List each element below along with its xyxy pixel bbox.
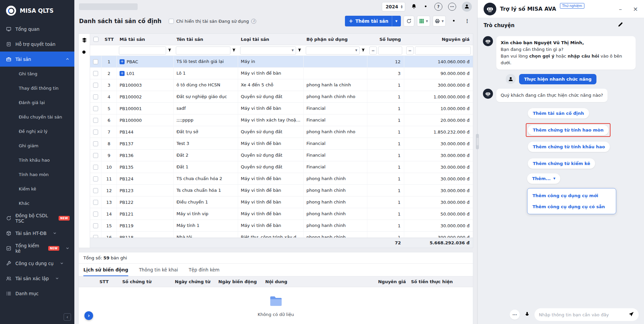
row-checkbox[interactable] (93, 223, 98, 228)
row-checkbox[interactable] (93, 94, 98, 99)
table-row[interactable]: 14 PB121 Máy vi tính vip Máy vi tính để … (90, 208, 473, 220)
column-header-ma-tai-san[interactable]: Mã tài sản (117, 34, 174, 45)
sidebar-subitem[interactable]: Khác (0, 196, 74, 211)
suggestion-chip[interactable]: Thêm chứng từ kiểm kê (528, 158, 595, 169)
filter-type-funnel[interactable] (297, 48, 302, 53)
sidebar-subitem[interactable]: Đánh giá lại (0, 95, 74, 110)
table-row[interactable]: 15 PB119 Máy tính 1 Máy vi tính để bàn p… (90, 220, 473, 232)
filter-dept-funnel[interactable] (361, 48, 365, 53)
row-checkbox[interactable] (93, 83, 98, 88)
table-row[interactable]: 12 PB123 Ts chưa chuẩn hóa 1 Máy vi tính… (90, 185, 473, 196)
row-checkbox[interactable] (93, 212, 98, 217)
row-checkbox[interactable] (93, 200, 98, 205)
print-button[interactable]: ▼ (433, 16, 446, 26)
table-row[interactable]: 5 PB100001 sadf Máy vi tính để bàn Finan… (90, 103, 473, 114)
sidebar-subitem[interactable]: Thay đổi thông tin (0, 81, 74, 95)
row-checkbox[interactable] (93, 165, 98, 170)
filter-dept-select[interactable]: ▼ (306, 47, 360, 55)
suggestion-chip[interactable]: Thêm tài sản cố định (528, 108, 589, 118)
chat-input[interactable] (539, 312, 626, 317)
filter-name-input[interactable] (176, 47, 230, 55)
detail-tab[interactable]: Tệp đính kèm (189, 264, 220, 276)
sidebar-subitem[interactable]: Tính hao mòn (0, 167, 74, 182)
filter-qty-operator[interactable]: = (369, 47, 377, 55)
add-asset-caret[interactable]: ▼ (392, 16, 401, 26)
sidebar-item-tong-quan[interactable]: Tổng quan (0, 21, 74, 36)
row-checkbox[interactable] (93, 71, 98, 76)
user-avatar-button[interactable] (462, 2, 472, 12)
help-button[interactable]: ? (434, 3, 442, 11)
table-row[interactable]: 10 PB135 Đất 1 Quyền sử dụng đất Financi… (90, 161, 473, 173)
sidebar-collapse-button[interactable]: ‹ (64, 313, 71, 321)
sidebar-item-cong-cu-dung-cu[interactable]: Công cụ dụng cụ (0, 256, 74, 271)
table-row[interactable]: 13 PB122 Điều chuyển 1 Máy vi tính để bà… (90, 196, 473, 208)
filter-cost-operator[interactable]: = (406, 47, 414, 55)
column-header-so-luong[interactable]: Số lượng (367, 34, 404, 45)
refresh-button[interactable] (404, 16, 414, 26)
sidebar-item-tai-san[interactable]: Tài sản (0, 52, 74, 67)
spinner-down-icon[interactable]: ▼ (401, 7, 403, 9)
sidebar-subitem[interactable]: Điều chuyển tài sản (0, 110, 74, 124)
row-checkbox[interactable] (93, 176, 98, 181)
suggestion-chip[interactable]: Thêm chứng từ tính hao mòn (528, 125, 609, 135)
new-chat-button[interactable] (617, 22, 624, 29)
table-row[interactable]: 1 PBAC TS lô test đánh giá lại Máy in 12… (90, 56, 473, 68)
sidebar-subitem[interactable]: Tính khấu hao (0, 153, 74, 167)
sidebar-subitem[interactable]: Kiểm kê (0, 182, 74, 196)
row-checkbox[interactable] (93, 235, 98, 238)
filter-cost-input[interactable] (415, 47, 471, 55)
grid-view-button[interactable]: ▼ (417, 16, 430, 26)
dropdown-item[interactable]: Thêm công cụ dụng cụ có sẵn (527, 201, 616, 212)
table-row[interactable]: 4 PB100002 Đất sự nghiệp giáo dục Quyền … (90, 91, 473, 103)
detail-tab[interactable]: Thông tin kê khai (139, 264, 178, 276)
row-checkbox[interactable] (93, 106, 98, 111)
panel-resize-handle[interactable] (476, 134, 479, 149)
table-row[interactable]: 9 PB136 Đất 2 Quyền sử dụng đất Financia… (90, 150, 473, 161)
send-button[interactable] (628, 311, 634, 318)
table-row[interactable]: 11 PB124 TS chưa chuẩn hóa 2 Máy vi tính… (90, 173, 473, 185)
sidebar-item-dong-bo-csdl-tsc[interactable]: Đồng bộ CSDL TSC NEW (0, 211, 74, 226)
detail-tab[interactable]: Lịch sử biến động (83, 264, 128, 276)
dropdown-item[interactable]: Thêm công cụ dụng cụ mới (527, 190, 616, 201)
chat-input-pill[interactable] (534, 308, 639, 321)
chat-more-button[interactable]: ⋯ (510, 310, 520, 320)
table-row[interactable]: 6 PB100000 ;;;;pppp Máy vi tính xách tay… (90, 114, 473, 126)
table-row[interactable]: 3 PB100003 ô tô dùng cho HCSN Xe 4 đến 5… (90, 79, 473, 91)
sidebar-subitem[interactable]: Ghi giảm (0, 139, 74, 153)
more-actions-button[interactable]: ⋮ (462, 16, 473, 26)
sidebar-item-ho-tro-quyet-toan[interactable]: Hỗ trợ quyết toán (0, 36, 74, 52)
row-checkbox[interactable] (93, 141, 98, 146)
only-in-use-checkbox[interactable] (169, 19, 174, 24)
filter-qty-input[interactable] (378, 47, 402, 55)
row-checkbox[interactable] (93, 188, 98, 193)
close-button[interactable]: × (633, 6, 638, 12)
year-selector[interactable]: 2024 ▲ ▼ (382, 2, 405, 11)
table-row[interactable]: 2 L01 Lô 1 Máy vi tính để bàn 3 90.000.0… (90, 68, 473, 79)
row-checkbox[interactable] (93, 153, 98, 158)
column-header-nguyen-gia[interactable]: Nguyên giá (404, 34, 473, 45)
layers-view-button[interactable] (81, 37, 87, 44)
table-row[interactable]: 7 PB144 Đất trụ sở Quyền sử dụng đất pho… (90, 126, 473, 138)
row-checkbox[interactable] (93, 59, 98, 64)
filter-name-funnel[interactable] (232, 48, 236, 53)
minimize-button[interactable]: – (619, 6, 622, 12)
user-quick-action[interactable]: Thực hiện nhanh chức năng (519, 74, 596, 84)
table-row[interactable]: 8 PB137 Test 3 Máy vi tính để bàn Financ… (90, 138, 473, 150)
next-page-button[interactable]: › (84, 311, 93, 320)
sidebar-item-tong-kiem-ke[interactable]: Tổng kiểm kê NEW (0, 241, 74, 256)
sidebar-subitem[interactable]: Đề nghị xử lý (0, 124, 74, 139)
column-header-ten-tai-san[interactable]: Tên tài sản (174, 34, 238, 45)
row-checkbox[interactable] (93, 130, 98, 135)
more-suggestions-chip[interactable]: Thêm... ▼ (527, 173, 560, 184)
filter-code-input[interactable] (119, 47, 166, 55)
filter-code-funnel[interactable] (167, 48, 172, 53)
notifications-button[interactable] (411, 3, 417, 10)
sidebar-item-danh-muc[interactable]: Danh mục (0, 286, 74, 301)
only-in-use-filter[interactable]: Chỉ hiển thị tài sản Đang sử dụng i (169, 19, 256, 24)
table-row[interactable]: 16 PB118 Nhà tôi Biệt thự, công trình xâ… (90, 232, 473, 238)
column-header-stt[interactable]: STT (101, 34, 117, 45)
year-spinner-icon[interactable]: ▲ ▼ (401, 5, 403, 9)
select-all-checkbox[interactable] (93, 37, 98, 42)
system-settings-button[interactable] (423, 3, 429, 10)
column-header-bo-phan[interactable]: Bộ phận sử dụng (304, 34, 367, 45)
